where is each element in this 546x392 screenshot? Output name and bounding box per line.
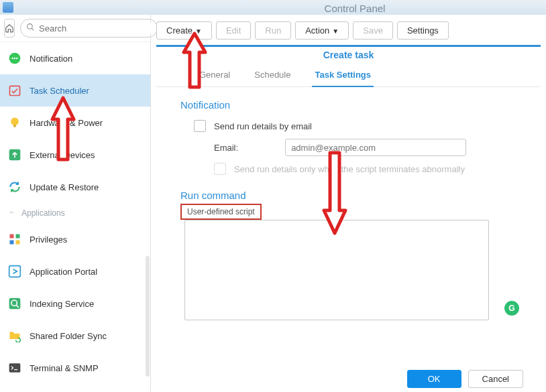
- svg-rect-8: [13, 125, 15, 127]
- sidebar-group-applications[interactable]: Applications: [0, 203, 150, 223]
- terminal-icon: [8, 361, 21, 375]
- sidebar-item-label: Task Scheduler: [30, 86, 89, 96]
- annotation-arrow-up-icon: [47, 95, 79, 162]
- annotation-arrow-down-icon: [319, 149, 351, 236]
- sync-icon: [8, 180, 21, 194]
- home-button[interactable]: [4, 19, 15, 38]
- sidebar-item-update-restore[interactable]: Update & Restore: [0, 171, 150, 203]
- svg-rect-15: [9, 298, 21, 310]
- modal-title: Create task: [156, 47, 541, 60]
- sidebar-item-label: Indexing Service: [30, 299, 94, 309]
- folder-sync-icon: [8, 329, 21, 342]
- annotation-arrow-up-icon: [178, 31, 211, 90]
- grid-icon: [8, 233, 21, 246]
- svg-rect-13: [16, 241, 20, 245]
- user-defined-script-label: User-defined script: [180, 204, 262, 220]
- search-input[interactable]: [39, 23, 152, 34]
- tab-schedule[interactable]: Schedule: [252, 66, 293, 86]
- sidebar-item-label: Update & Restore: [30, 182, 99, 192]
- svg-point-4: [14, 58, 16, 60]
- page-title: Control Panel: [164, 0, 546, 14]
- tab-task-settings[interactable]: Task Settings: [312, 66, 374, 86]
- sidebar-item-notification[interactable]: Notification: [0, 42, 150, 74]
- sidebar-scrollbar[interactable]: [146, 256, 150, 377]
- sidebar-item-shared-folder-sync[interactable]: Shared Folder Sync: [0, 320, 150, 352]
- svg-rect-18: [9, 363, 21, 372]
- lightbulb-icon: [8, 116, 21, 129]
- notification-heading: Notification: [180, 99, 526, 111]
- email-input[interactable]: [285, 139, 466, 156]
- caret-down-icon: ▼: [332, 27, 339, 35]
- sidebar-item-application-portal[interactable]: Application Portal: [0, 255, 150, 287]
- send-run-details-label: Send run details by email: [214, 121, 312, 131]
- app-icon: [3, 2, 13, 13]
- toolbar: Create▼ Edit Run Action▼ Save Settings: [156, 20, 541, 45]
- search-icon: [26, 23, 35, 34]
- run-button[interactable]: Run: [255, 21, 291, 40]
- svg-point-7: [11, 118, 19, 126]
- grammarly-icon[interactable]: G: [504, 301, 519, 316]
- sidebar-item-label: Notification: [30, 54, 72, 64]
- sidebar-item-indexing-service[interactable]: Indexing Service: [0, 287, 150, 320]
- email-label: Email:: [214, 143, 238, 153]
- ok-button[interactable]: OK: [407, 370, 461, 388]
- action-button[interactable]: Action▼: [295, 21, 349, 40]
- svg-point-3: [11, 58, 13, 60]
- sidebar-group-label: Applications: [21, 208, 65, 218]
- svg-point-0: [28, 24, 33, 29]
- modal-tabs: General Schedule Task Settings: [156, 60, 541, 87]
- svg-line-1: [32, 28, 34, 30]
- abnormal-only-checkbox[interactable]: [214, 163, 226, 175]
- magnify-icon: [8, 297, 21, 310]
- sidebar-item-label: Shared Folder Sync: [30, 331, 107, 341]
- svg-rect-10: [10, 235, 14, 239]
- portal-icon: [8, 265, 21, 278]
- sidebar-item-label: Application Portal: [30, 267, 97, 277]
- svg-rect-14: [9, 266, 21, 277]
- send-run-details-checkbox[interactable]: [194, 120, 206, 132]
- svg-rect-6: [10, 86, 20, 95]
- save-button[interactable]: Save: [353, 21, 393, 40]
- sidebar-item-label: Terminal & SNMP: [30, 363, 99, 373]
- svg-point-5: [16, 58, 18, 60]
- settings-button[interactable]: Settings: [397, 21, 449, 40]
- search-box[interactable]: [20, 19, 158, 38]
- edit-button[interactable]: Edit: [216, 21, 251, 40]
- run-command-heading: Run command: [180, 190, 526, 201]
- cancel-button[interactable]: Cancel: [468, 370, 523, 388]
- calendar-check-icon: [8, 84, 21, 97]
- svg-rect-11: [16, 235, 20, 239]
- upload-icon: [8, 148, 21, 161]
- chevron-up-icon: [8, 208, 15, 218]
- sidebar-item-privileges[interactable]: Privileges: [0, 223, 150, 255]
- sidebar-item-terminal-snmp[interactable]: Terminal & SNMP: [0, 352, 150, 384]
- chat-bubble-icon: [8, 52, 21, 65]
- svg-rect-12: [10, 241, 14, 245]
- home-icon: [5, 23, 14, 33]
- sidebar: Notification Task Scheduler Hardware & P…: [0, 15, 151, 392]
- sidebar-item-label: Privileges: [30, 235, 67, 245]
